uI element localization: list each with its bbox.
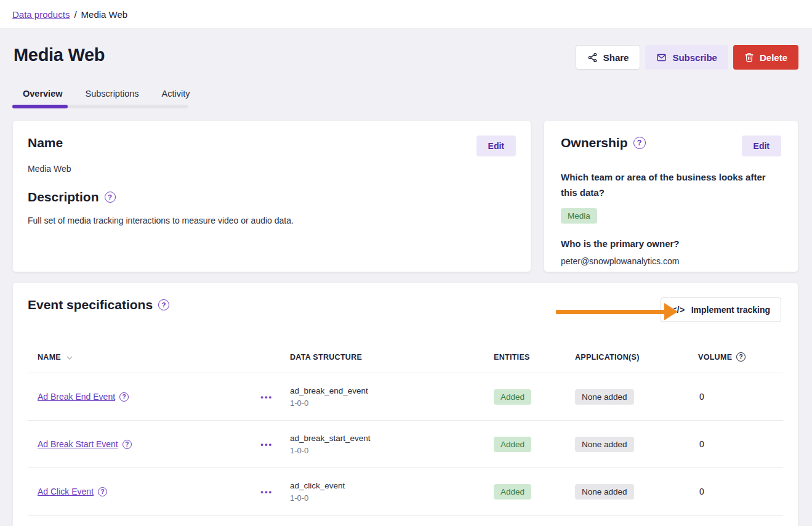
breadcrumb-current: Media Web bbox=[81, 9, 128, 20]
column-header-entities-label: ENTITIES bbox=[494, 353, 530, 362]
event-specifications-card: Event specifications ? </> Implement tra… bbox=[12, 282, 798, 526]
ownership-team-question: Which team or area of the business looks… bbox=[561, 170, 781, 201]
help-icon[interactable]: ? bbox=[119, 392, 129, 402]
ownership-card: Ownership ? Edit Which team or area of t… bbox=[544, 120, 798, 272]
tab-overview[interactable]: Overview bbox=[23, 89, 63, 99]
column-header-applications-label: APPLICATION(S) bbox=[575, 353, 640, 362]
trash-icon bbox=[744, 52, 754, 62]
column-header-entities: ENTITIES bbox=[494, 353, 575, 362]
ownership-heading-label: Ownership bbox=[561, 136, 628, 150]
column-header-name[interactable]: NAME bbox=[28, 352, 290, 362]
name-edit-button[interactable]: Edit bbox=[476, 136, 516, 156]
tab-track bbox=[12, 105, 188, 108]
subscribe-button[interactable]: Subscribe bbox=[645, 45, 728, 70]
help-icon[interactable]: ? bbox=[98, 487, 107, 496]
tab-subscriptions[interactable]: Subscriptions bbox=[86, 89, 139, 99]
volume-value: 0 bbox=[698, 392, 783, 402]
tab-active-indicator bbox=[12, 105, 68, 108]
table-row: Ad Break End Event?•••ad_break_end_event… bbox=[28, 373, 783, 421]
delete-button[interactable]: Delete bbox=[733, 45, 798, 70]
column-header-volume-label: VOLUME bbox=[698, 353, 732, 362]
column-header-data-structure: DATA STRUCTURE bbox=[290, 353, 494, 362]
name-heading: Name bbox=[28, 136, 63, 150]
header-actions: Share Subscribe Delete bbox=[576, 45, 798, 70]
table-header-row: NAME DATA STRUCTURE ENTITIES APPLICATION… bbox=[28, 341, 783, 373]
data-structure-name: ad_click_event bbox=[290, 481, 494, 490]
ownership-heading: Ownership ? bbox=[561, 136, 646, 150]
name-value: Media Web bbox=[28, 164, 516, 174]
event-specs-table: NAME DATA STRUCTURE ENTITIES APPLICATION… bbox=[28, 341, 783, 516]
applications-badge: None added bbox=[575, 437, 634, 452]
volume-value: 0 bbox=[698, 439, 783, 449]
tab-activity[interactable]: Activity bbox=[162, 89, 190, 99]
ellipsis-icon[interactable]: ••• bbox=[258, 437, 275, 451]
chevron-down-icon bbox=[65, 354, 74, 362]
applications-badge: None added bbox=[575, 484, 634, 500]
description-heading: Description ? bbox=[28, 190, 516, 204]
annotation-arrow-head bbox=[664, 303, 678, 320]
event-spec-link[interactable]: Ad Break End Event bbox=[38, 392, 115, 402]
share-button[interactable]: Share bbox=[576, 45, 641, 70]
help-icon[interactable]: ? bbox=[105, 192, 116, 203]
annotation-arrow bbox=[556, 310, 667, 314]
table-body: Ad Break End Event?•••ad_break_end_event… bbox=[28, 373, 783, 516]
column-header-data-structure-label: DATA STRUCTURE bbox=[290, 353, 362, 362]
envelope-icon bbox=[656, 52, 667, 63]
breadcrumb: Data products / Media Web bbox=[12, 9, 127, 20]
data-structure-name: ad_break_start_event bbox=[290, 434, 494, 443]
name-card-header: Name Edit bbox=[28, 136, 516, 156]
page-content: Media Web Share Subscribe Delete bbox=[0, 45, 812, 526]
event-specifications-heading-label: Event specifications bbox=[28, 297, 153, 312]
tab-bar: OverviewSubscriptionsActivity bbox=[23, 89, 798, 99]
table-row: Ad Break Start Event?•••ad_break_start_e… bbox=[28, 421, 783, 468]
page-title: Media Web bbox=[12, 45, 105, 65]
column-header-name-label: NAME bbox=[38, 353, 61, 362]
data-structure-version: 1-0-0 bbox=[290, 493, 494, 503]
entities-badge: Added bbox=[494, 437, 531, 452]
description-value: Full set of media tracking interactions … bbox=[28, 216, 516, 225]
event-specifications-header: Event specifications ? </> Implement tra… bbox=[13, 283, 798, 322]
volume-value: 0 bbox=[698, 487, 783, 496]
delete-button-label: Delete bbox=[760, 52, 787, 63]
data-structure-version: 1-0-0 bbox=[290, 446, 494, 455]
help-icon[interactable]: ? bbox=[736, 352, 746, 362]
column-header-applications: APPLICATION(S) bbox=[575, 353, 698, 362]
data-structure-name: ad_break_end_event bbox=[290, 386, 494, 395]
overview-cards: Name Edit Media Web Description ? Full s… bbox=[12, 120, 798, 272]
table-row: Ad Click Event?•••ad_click_event1-0-0Add… bbox=[28, 468, 783, 516]
help-icon[interactable]: ? bbox=[123, 440, 132, 449]
ownership-card-header: Ownership ? Edit bbox=[561, 136, 781, 156]
column-header-volume: VOLUME ? bbox=[698, 352, 783, 362]
ownership-owner-question: Who is the primary owner? bbox=[561, 238, 781, 249]
page-header: Media Web Share Subscribe Delete bbox=[12, 45, 798, 70]
data-structure-version: 1-0-0 bbox=[290, 399, 494, 408]
applications-badge: None added bbox=[575, 389, 634, 405]
entities-badge: Added bbox=[494, 484, 531, 500]
team-badge: Media bbox=[561, 208, 597, 224]
ellipsis-icon[interactable]: ••• bbox=[258, 485, 275, 499]
breadcrumb-separator: / bbox=[74, 9, 76, 20]
help-icon[interactable]: ? bbox=[633, 137, 646, 149]
ownership-edit-button[interactable]: Edit bbox=[742, 136, 781, 156]
entities-badge: Added bbox=[494, 389, 531, 405]
topbar: Data products / Media Web bbox=[0, 0, 812, 29]
implement-tracking-label: Implement tracking bbox=[691, 305, 770, 315]
event-spec-link[interactable]: Ad Break Start Event bbox=[38, 439, 118, 449]
description-heading-label: Description bbox=[28, 190, 99, 204]
event-spec-link[interactable]: Ad Click Event bbox=[38, 487, 94, 496]
help-icon[interactable]: ? bbox=[158, 299, 169, 310]
event-specifications-heading: Event specifications ? bbox=[28, 297, 169, 312]
subscribe-button-label: Subscribe bbox=[672, 52, 717, 63]
share-button-label: Share bbox=[603, 52, 629, 63]
share-nodes-icon bbox=[587, 52, 598, 63]
ellipsis-icon[interactable]: ••• bbox=[258, 390, 275, 404]
owner-email: peter@snowplowanalytics.com bbox=[561, 256, 781, 266]
breadcrumb-link-data-products[interactable]: Data products bbox=[12, 9, 70, 20]
name-card: Name Edit Media Web Description ? Full s… bbox=[12, 120, 531, 272]
implement-tracking-button[interactable]: </> Implement tracking bbox=[661, 297, 781, 322]
